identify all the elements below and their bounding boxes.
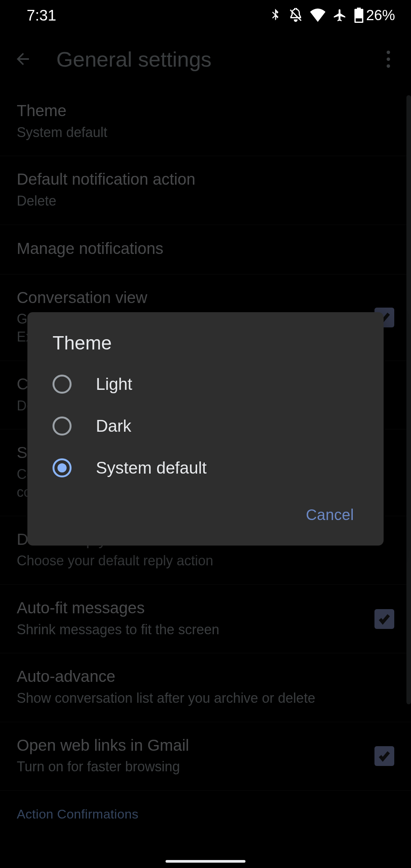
status-bar: 7:31 26% — [0, 0, 411, 30]
notifications-off-icon — [288, 8, 303, 22]
status-icons: 26% — [269, 7, 395, 24]
home-indicator[interactable] — [166, 860, 245, 863]
radio-unchecked-icon — [53, 416, 72, 436]
theme-option-system-default[interactable]: System default — [27, 447, 384, 489]
battery-status: 26% — [354, 7, 395, 24]
wifi-icon — [310, 8, 326, 22]
battery-icon — [354, 8, 364, 23]
theme-dialog: Theme Light Dark System default Cancel — [27, 312, 384, 546]
radio-checked-icon — [53, 458, 72, 477]
status-time: 7:31 — [27, 7, 56, 24]
battery-percent: 26% — [366, 7, 395, 24]
option-label: System default — [96, 458, 207, 477]
bluetooth-icon — [269, 8, 282, 22]
cancel-button[interactable]: Cancel — [298, 501, 362, 529]
option-label: Light — [96, 375, 132, 394]
theme-option-dark[interactable]: Dark — [27, 405, 384, 447]
dialog-title: Theme — [27, 332, 384, 363]
radio-unchecked-icon — [53, 375, 72, 394]
theme-option-light[interactable]: Light — [27, 363, 384, 405]
option-label: Dark — [96, 416, 131, 436]
airplane-mode-icon — [333, 8, 347, 22]
dialog-actions: Cancel — [27, 489, 384, 535]
